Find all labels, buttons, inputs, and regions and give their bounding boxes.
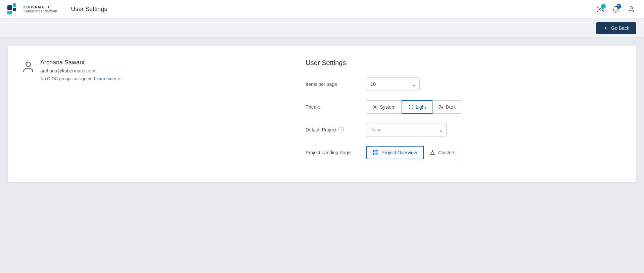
arrow-left-icon [603, 25, 608, 31]
theme-system-button[interactable]: System [366, 100, 402, 114]
notifications-badge: 1 [616, 4, 621, 9]
page-title: User Settings [71, 6, 107, 13]
settings-section: User Settings Items per page 10 20 50 10… [306, 59, 623, 169]
logo-icon [7, 3, 20, 16]
svg-point-5 [630, 6, 632, 9]
oidc-info: No OIDC groups assigned. Learn more ↗ [40, 75, 121, 81]
updates-button[interactable] [594, 3, 606, 15]
logo-brand: KUBERMATIC [24, 5, 57, 9]
updates-badge [601, 4, 606, 9]
items-per-page-row: Items per page 10 20 50 100 ⌄ [306, 77, 623, 91]
project-overview-icon [373, 150, 379, 156]
user-icon [628, 6, 635, 13]
dark-icon [438, 104, 444, 110]
svg-rect-22 [376, 150, 378, 152]
system-icon [372, 104, 378, 110]
svg-rect-21 [374, 150, 375, 152]
svg-line-16 [412, 108, 413, 109]
svg-point-7 [374, 106, 376, 108]
user-email: archana@kubermatic.com [40, 68, 121, 73]
project-landing-page-label: Project Landing Page [306, 150, 359, 155]
logo: KUBERMATIC Kubernetes Platform [7, 3, 57, 16]
sub-header: Go Back [0, 19, 644, 38]
svg-point-12 [410, 106, 412, 108]
theme-row: Theme System [306, 100, 623, 114]
header-actions: 1 [594, 3, 637, 15]
settings-card: Archana Sawant archana@kubermatic.com No… [8, 46, 636, 182]
project-dropdown-wrapper: None ⌄ [366, 123, 447, 136]
items-per-page-select[interactable]: 10 20 50 100 [366, 77, 420, 91]
user-menu-button[interactable] [625, 3, 637, 15]
theme-control: System [366, 100, 623, 114]
svg-rect-1 [13, 3, 16, 7]
info-icon[interactable]: i [338, 127, 344, 132]
user-name: Archana Sawant [40, 59, 121, 66]
main-content: Archana Sawant archana@kubermatic.com No… [0, 38, 644, 190]
light-icon [408, 104, 414, 110]
theme-light-button[interactable]: Light [402, 100, 432, 114]
landing-project-overview-button[interactable]: Project Overview [366, 146, 424, 159]
header: KUBERMATIC Kubernetes Platform User Sett… [0, 0, 644, 19]
settings-title: User Settings [306, 59, 623, 67]
oidc-text: No OIDC groups assigned. [40, 76, 92, 81]
default-project-row: Default Project i None ⌄ [306, 123, 623, 136]
svg-line-15 [409, 105, 410, 106]
clusters-icon [429, 150, 435, 156]
external-link-icon: ↗ [118, 77, 121, 81]
svg-rect-23 [374, 153, 375, 155]
items-per-page-control: 10 20 50 100 ⌄ [366, 77, 623, 91]
theme-label: Theme [306, 104, 359, 110]
svg-line-29 [432, 151, 434, 154]
default-project-label: Default Project i [306, 127, 359, 132]
svg-line-20 [412, 105, 413, 106]
project-landing-page-row: Project Landing Page Project Overview [306, 146, 623, 159]
items-per-page-dropdown-wrapper: 10 20 50 100 ⌄ [366, 77, 420, 91]
svg-rect-3 [7, 11, 12, 14]
svg-point-6 [26, 62, 30, 66]
notifications-button[interactable]: 1 [610, 3, 622, 15]
default-project-select[interactable]: None [366, 123, 447, 136]
svg-point-4 [599, 8, 601, 10]
learn-more-link[interactable]: Learn more ↗ [94, 76, 121, 81]
default-project-control: None ⌄ [366, 123, 623, 136]
user-profile: Archana Sawant archana@kubermatic.com No… [21, 59, 285, 169]
header-divider [64, 4, 64, 14]
theme-btn-group: System [366, 100, 623, 114]
items-per-page-label: Items per page [306, 81, 359, 87]
user-info: Archana Sawant archana@kubermatic.com No… [40, 59, 121, 169]
logo-subtitle: Kubernetes Platform [24, 9, 57, 13]
svg-rect-0 [7, 5, 12, 10]
svg-point-25 [432, 150, 433, 151]
landing-page-btn-group: Project Overview Clusters [366, 146, 623, 159]
user-avatar [21, 60, 35, 169]
go-back-button[interactable]: Go Back [596, 22, 636, 34]
default-project-dropdown: None ⌄ [366, 123, 447, 136]
logo-text: KUBERMATIC Kubernetes Platform [24, 5, 57, 13]
landing-clusters-button[interactable]: Clusters [423, 146, 462, 159]
svg-rect-24 [376, 153, 378, 155]
svg-line-19 [409, 108, 410, 109]
svg-rect-2 [13, 8, 16, 11]
svg-line-28 [431, 151, 432, 154]
project-landing-page-control: Project Overview Clusters [366, 146, 623, 159]
theme-dark-button[interactable]: Dark [432, 100, 462, 114]
